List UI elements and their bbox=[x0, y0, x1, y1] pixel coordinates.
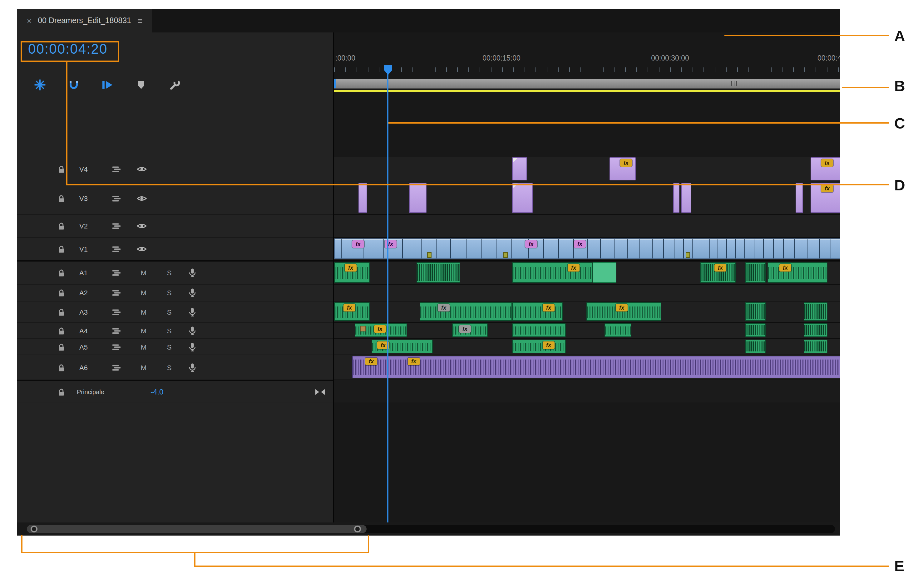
solo-button[interactable]: S bbox=[166, 327, 173, 334]
timeline-clip[interactable]: fx bbox=[512, 262, 593, 283]
timeline-clip[interactable] bbox=[804, 302, 828, 321]
lock-icon[interactable] bbox=[57, 343, 66, 351]
timeline-clip[interactable]: fx bbox=[452, 323, 488, 337]
sync-lock-icon[interactable] bbox=[112, 165, 121, 173]
playhead-timecode[interactable]: 00:00:04:20 bbox=[28, 41, 107, 57]
lock-icon[interactable] bbox=[57, 388, 66, 396]
lock-icon[interactable] bbox=[57, 245, 66, 253]
timeline-clip[interactable] bbox=[358, 183, 367, 213]
timeline-clip[interactable]: fx bbox=[811, 157, 840, 180]
timeline-clip[interactable]: fx bbox=[371, 339, 433, 353]
track-lane-a3[interactable]: fxfxfxfx bbox=[334, 301, 840, 323]
add-marker-icon[interactable] bbox=[134, 78, 148, 92]
scrollbar-track[interactable] bbox=[27, 525, 835, 533]
lock-icon[interactable] bbox=[57, 289, 66, 297]
solo-button[interactable]: S bbox=[166, 289, 173, 296]
solo-button[interactable]: S bbox=[166, 308, 173, 316]
timeline-clip[interactable] bbox=[417, 262, 460, 283]
sync-lock-icon[interactable] bbox=[112, 269, 121, 277]
toggle-track-output-icon[interactable] bbox=[137, 245, 147, 253]
voiceover-record-icon[interactable] bbox=[188, 326, 197, 335]
work-area-bar[interactable] bbox=[334, 79, 840, 88]
timeline-clip[interactable] bbox=[796, 183, 803, 213]
timeline-settings-icon[interactable] bbox=[168, 78, 182, 92]
lock-icon[interactable] bbox=[57, 308, 66, 316]
timeline-clip[interactable] bbox=[512, 323, 566, 337]
sync-lock-icon[interactable] bbox=[112, 308, 121, 316]
track-lane-a5[interactable]: fxfx bbox=[334, 339, 840, 355]
lock-icon[interactable] bbox=[57, 363, 66, 372]
lock-icon[interactable] bbox=[57, 165, 66, 173]
snap-icon[interactable] bbox=[67, 78, 80, 92]
voiceover-record-icon[interactable] bbox=[188, 363, 197, 372]
mute-button[interactable]: M bbox=[139, 327, 148, 334]
sync-lock-icon[interactable] bbox=[112, 326, 121, 334]
solo-button[interactable]: S bbox=[166, 269, 173, 277]
voiceover-record-icon[interactable] bbox=[188, 268, 197, 277]
playhead-marker[interactable] bbox=[384, 65, 392, 75]
solo-button[interactable]: S bbox=[166, 364, 173, 371]
toggle-track-output-icon[interactable] bbox=[137, 222, 147, 230]
timeline-clip[interactable]: fx bbox=[767, 262, 828, 283]
track-lane-master[interactable] bbox=[334, 380, 840, 403]
sync-lock-icon[interactable] bbox=[112, 363, 121, 372]
track-lane-v4[interactable]: fxfx bbox=[334, 157, 840, 182]
timeline-clip[interactable] bbox=[512, 183, 533, 213]
solo-button[interactable]: S bbox=[166, 343, 173, 351]
voiceover-record-icon[interactable] bbox=[188, 342, 197, 351]
timeline-clip[interactable] bbox=[409, 183, 427, 213]
timeline-clip[interactable] bbox=[745, 339, 765, 353]
timeline-clip[interactable]: fx bbox=[334, 262, 370, 283]
timeline-clip[interactable] bbox=[512, 157, 527, 180]
timeline-clip[interactable]: fx bbox=[420, 302, 512, 321]
timeline-clip[interactable]: fx bbox=[700, 262, 736, 283]
timeline-clip[interactable]: fx bbox=[586, 302, 661, 321]
scrollbar-thumb[interactable] bbox=[27, 525, 366, 533]
mute-button[interactable]: M bbox=[139, 308, 148, 316]
sequence-tab[interactable]: × 00 Dreamers_Edit_180831 ≡ bbox=[17, 9, 152, 33]
track-lane-a4[interactable]: fxfx bbox=[334, 323, 840, 339]
zoom-handle-right[interactable] bbox=[354, 526, 361, 532]
mute-button[interactable]: M bbox=[139, 343, 148, 351]
sync-lock-icon[interactable] bbox=[112, 343, 121, 351]
toggle-track-output-icon[interactable] bbox=[137, 165, 147, 173]
timeline-clip[interactable] bbox=[681, 183, 691, 213]
voiceover-record-icon[interactable] bbox=[188, 288, 197, 297]
nest-toggle-icon[interactable] bbox=[33, 78, 47, 92]
sync-lock-icon[interactable] bbox=[112, 194, 121, 202]
track-lane-v3[interactable]: fx bbox=[334, 182, 840, 215]
timeline-clip[interactable]: fx bbox=[811, 183, 840, 213]
track-lane-a1[interactable]: fxfxfxfx bbox=[334, 262, 840, 285]
panel-menu-icon[interactable]: ≡ bbox=[137, 16, 142, 26]
timeline-clip[interactable]: fx bbox=[512, 339, 566, 353]
mute-button[interactable]: M bbox=[139, 364, 148, 371]
mute-button[interactable]: M bbox=[139, 289, 148, 296]
timeline-clip[interactable]: fxfxfxfx bbox=[334, 238, 840, 259]
zoom-handle-left[interactable] bbox=[31, 526, 38, 532]
timeline-clip[interactable]: fx bbox=[355, 323, 407, 337]
close-tab-icon[interactable]: × bbox=[27, 16, 31, 25]
timeline-clip[interactable] bbox=[804, 323, 828, 337]
timeline-clip[interactable] bbox=[745, 323, 765, 337]
playhead-line[interactable] bbox=[387, 74, 388, 522]
track-lane-v1[interactable]: fxfxfxfx bbox=[334, 238, 840, 262]
linked-selection-icon[interactable] bbox=[100, 78, 114, 92]
mute-button[interactable]: M bbox=[139, 269, 148, 277]
track-lane-a6[interactable]: fxfx bbox=[334, 355, 840, 380]
timeline-clip[interactable] bbox=[604, 323, 631, 337]
sync-lock-icon[interactable] bbox=[112, 222, 121, 230]
timeline-clip[interactable] bbox=[673, 183, 680, 213]
timeline-clip[interactable] bbox=[804, 339, 828, 353]
master-level-value[interactable]: -4.0 bbox=[151, 387, 163, 396]
lock-icon[interactable] bbox=[57, 222, 66, 230]
timeline-clip[interactable] bbox=[745, 262, 765, 283]
timeline-clip[interactable]: fx bbox=[512, 302, 563, 321]
lock-icon[interactable] bbox=[57, 194, 66, 202]
timeline-clip[interactable]: fx bbox=[609, 157, 636, 180]
voiceover-record-icon[interactable] bbox=[188, 307, 197, 316]
time-ruler[interactable]: :00:0000:00:15:0000:00:30:0000:00:4 bbox=[334, 52, 840, 72]
timeline-clip[interactable] bbox=[593, 262, 616, 283]
lock-icon[interactable] bbox=[57, 269, 66, 277]
toggle-track-output-icon[interactable] bbox=[137, 195, 147, 202]
sync-lock-icon[interactable] bbox=[112, 289, 121, 297]
